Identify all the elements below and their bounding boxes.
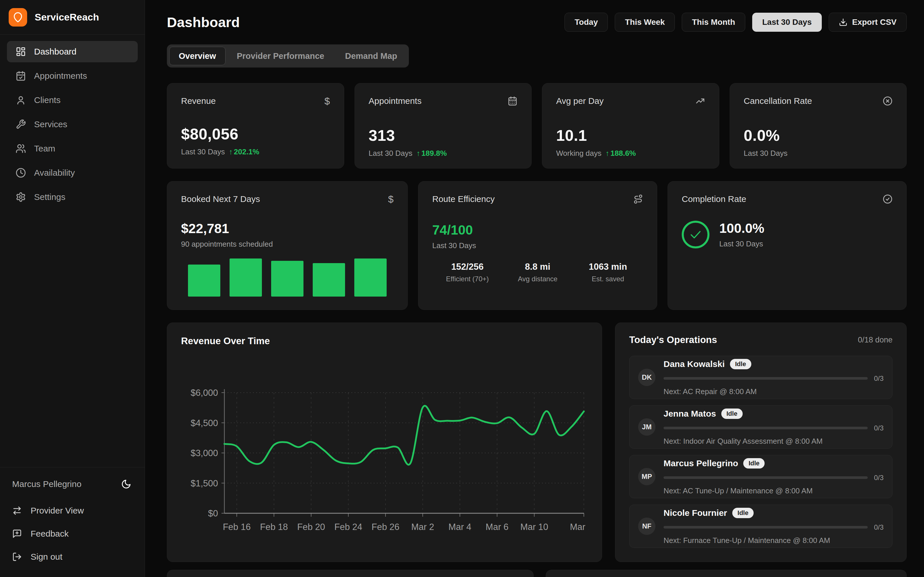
progress-count: 0/3	[874, 374, 884, 382]
range-this-month-button[interactable]: This Month	[682, 13, 745, 32]
footer-link-label: Sign out	[31, 552, 62, 562]
kpi-value: $80,056	[181, 125, 330, 143]
brand-name: ServiceReach	[35, 11, 99, 23]
status-badge: Idle	[730, 359, 751, 369]
progress-count: 0/3	[874, 523, 884, 532]
sidebar: ServiceReach Dashboard Appointments Clie…	[0, 0, 145, 577]
feedback-link[interactable]: Feedback	[12, 522, 132, 545]
svg-text:Feb 18: Feb 18	[260, 522, 288, 532]
users-icon	[16, 143, 26, 154]
operations-item[interactable]: MP Marcus Pellegrino Idle 0/3 Next: AC T…	[629, 455, 893, 498]
operations-list: DK Dana Kowalski Idle 0/3 Next: AC Repai…	[629, 356, 893, 548]
sidebar-item-label: Services	[34, 119, 67, 129]
next-appointment: Next: AC Tune-Up / Maintenance @ 8:00 AM	[664, 487, 884, 495]
status-badge: Idle	[732, 508, 754, 518]
partial-card	[167, 570, 534, 577]
theme-toggle-button[interactable]	[120, 478, 132, 490]
svg-text:Mar 6: Mar 6	[486, 522, 509, 532]
page-title: Dashboard	[167, 15, 240, 30]
footer-link-label: Provider View	[31, 506, 84, 516]
mid-row: Booked Next 7 Days $ $22,781 90 appointm…	[167, 181, 907, 310]
sidebar-item-services[interactable]: Services	[7, 114, 138, 135]
moon-icon	[121, 479, 131, 489]
operations-card: Today's Operations 0/18 done DK Dana Kow…	[615, 322, 907, 562]
layout-dashboard-icon	[16, 47, 26, 57]
brand: ServiceReach	[0, 0, 145, 35]
completion-title: Completion Rate	[682, 194, 746, 204]
sidebar-item-label: Settings	[34, 192, 65, 202]
download-icon	[839, 18, 848, 27]
next-appointment: Next: AC Repair @ 8:00 AM	[664, 387, 884, 396]
main-content: Dashboard Today This Week This Month Las…	[145, 0, 924, 577]
kpi-period: Working days	[556, 149, 601, 158]
bottom-row: Revenue Over Time $0$1,500$3,000$4,500$6…	[167, 322, 907, 562]
progress-bar	[664, 377, 868, 380]
route-period: Last 30 Days	[432, 241, 643, 250]
completion-rate-card: Completion Rate 100.0% Last 30 Days	[667, 181, 907, 310]
tab-overview[interactable]: Overview	[169, 47, 226, 65]
avatar: JM	[638, 418, 656, 436]
next-appointment: Next: Furnace Tune-Up / Maintenance @ 8:…	[664, 536, 884, 545]
route-stat: 1063 min Est. saved	[573, 262, 643, 283]
svg-text:$4,500: $4,500	[191, 418, 218, 428]
kpi-title: Avg per Day	[556, 96, 604, 106]
svg-text:$3,000: $3,000	[191, 448, 218, 458]
route-icon	[633, 194, 643, 205]
dollar-icon: $	[388, 194, 394, 204]
route-efficiency-card: Route Efficiency 74/100 Last 30 Days 152…	[418, 181, 657, 310]
svg-text:$1,500: $1,500	[191, 478, 218, 488]
sidebar-item-appointments[interactable]: Appointments	[7, 65, 138, 87]
svg-text:Mar 4: Mar 4	[448, 522, 471, 532]
svg-text:Feb 20: Feb 20	[297, 522, 325, 532]
kpi-period: Last 30 Days	[181, 147, 225, 156]
booked-bar	[354, 258, 387, 297]
range-this-week-button[interactable]: This Week	[615, 13, 675, 32]
tab-demand-map[interactable]: Demand Map	[336, 47, 407, 65]
gear-icon	[16, 192, 26, 202]
range-today-button[interactable]: Today	[564, 13, 608, 32]
sidebar-item-label: Availability	[34, 168, 75, 178]
sidebar-nav: Dashboard Appointments Clients Services …	[0, 35, 145, 214]
check-icon	[689, 228, 702, 241]
sidebar-item-dashboard[interactable]: Dashboard	[7, 41, 138, 62]
avatar: NF	[638, 517, 656, 535]
avatar: DK	[638, 369, 656, 386]
export-csv-button[interactable]: Export CSV	[829, 13, 907, 32]
sign-out-link[interactable]: Sign out	[12, 545, 132, 568]
clock-icon	[16, 168, 26, 178]
log-out-icon	[12, 552, 22, 562]
kpi-trend: ↑202.1%	[229, 147, 259, 156]
brand-logo	[9, 8, 27, 27]
operations-done-count: 0/18 done	[858, 335, 893, 345]
kpi-value: 313	[369, 126, 518, 144]
booked-bar-chart	[181, 258, 394, 297]
booked-card: Booked Next 7 Days $ $22,781 90 appointm…	[167, 181, 408, 310]
provider-name: Nicole Fournier	[664, 508, 727, 518]
operations-item[interactable]: JM Jenna Matos Idle 0/3 Next: Indoor Air…	[629, 405, 893, 449]
range-last-30-days-button[interactable]: Last 30 Days	[752, 13, 822, 32]
kpi-row: Revenue $ $80,056 Last 30 Days ↑202.1% A…	[167, 83, 907, 169]
tab-provider-performance[interactable]: Provider Performance	[227, 47, 334, 65]
booked-value: $22,781	[181, 221, 394, 236]
sidebar-item-settings[interactable]: Settings	[7, 186, 138, 208]
svg-text:Mar 10: Mar 10	[520, 522, 548, 532]
route-stat: 8.8 mi Avg distance	[502, 262, 573, 283]
sidebar-item-clients[interactable]: Clients	[7, 89, 138, 111]
sidebar-item-label: Dashboard	[34, 47, 76, 56]
kpi-card-appointments: Appointments 313 Last 30 Days ↑189.8%	[355, 83, 532, 169]
svg-text:$0: $0	[208, 508, 218, 519]
sidebar-item-availability[interactable]: Availability	[7, 162, 138, 184]
booked-subtitle: 90 appointments scheduled	[181, 240, 394, 249]
calendar-icon	[507, 96, 517, 107]
provider-view-link[interactable]: Provider View	[12, 499, 132, 522]
sidebar-item-team[interactable]: Team	[7, 138, 138, 159]
operations-item[interactable]: DK Dana Kowalski Idle 0/3 Next: AC Repai…	[629, 356, 893, 399]
view-tabs: Overview Provider Performance Demand Map	[167, 44, 409, 68]
switch-arrows-icon	[12, 506, 22, 516]
sidebar-item-label: Team	[34, 143, 55, 153]
trending-up-icon	[695, 96, 705, 107]
revenue-line-chart: $0$1,500$3,000$4,500$6,000Feb 16Feb 18Fe…	[181, 355, 588, 551]
svg-text:Feb 24: Feb 24	[334, 522, 362, 532]
operations-item[interactable]: NF Nicole Fournier Idle 0/3 Next: Furnac…	[629, 504, 893, 548]
footer-link-label: Feedback	[31, 529, 69, 538]
